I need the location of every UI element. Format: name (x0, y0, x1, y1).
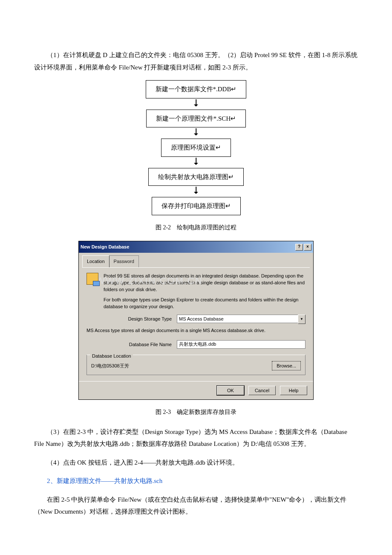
paragraph-5: 在图 2-5 中执行菜单命令 File/New（或在空白处点击鼠标右键，选择快捷… (34, 494, 358, 518)
tab-location[interactable]: Location (82, 255, 110, 267)
flow-step-1: 新建一个数据库文件*.DDB↵ (146, 80, 247, 98)
file-name-input[interactable] (177, 340, 306, 349)
paragraph-4: （4）点击 OK 按钮后，进入图 2-4——共射放大电路.ddb 设计环境。 (34, 457, 358, 469)
paragraph-1: （1）在计算机硬盘 D 上建立自己的文件夹：电信 05308 王芳。（2）启动 … (34, 49, 358, 73)
new-design-database-dialog: WWW.ZIXIN.COM.CN New Design Database ? ×… (78, 241, 314, 400)
storage-type-value[interactable] (177, 315, 298, 323)
file-name-label: Database File Name (86, 340, 177, 349)
flow-arrow (192, 99, 200, 109)
tab-password[interactable]: Password (109, 255, 139, 267)
paragraph-3: （3）在图 2-3 中，设计存贮类型（Design Storage Type）选… (34, 426, 358, 450)
ok-button[interactable]: OK (217, 386, 244, 395)
flow-step-4: 绘制共射放大电路原理图↵ (148, 168, 244, 186)
flow-step-2: 新建一个原理图文件*.SCH↵ (146, 110, 246, 128)
storage-type-label: Design Storage Type (86, 315, 177, 324)
database-icon (86, 273, 98, 285)
storage-type-combo[interactable]: ▼ (177, 315, 306, 324)
titlebar-help-button[interactable]: ? (295, 244, 303, 251)
dialog-panel: Protel 99 SE stores all design documents… (79, 268, 313, 382)
flow-step-3: 原理图环境设置↵ (161, 139, 231, 157)
group-label: Database Location (90, 352, 133, 361)
help-button[interactable]: Help (280, 386, 307, 395)
flow-arrow (192, 128, 200, 138)
dialog-button-bar: OK Cancel Help (79, 381, 313, 399)
figure-caption-2-3: 图 2-3 确定新数据库存放目录 (34, 407, 358, 418)
flow-arrow (192, 187, 200, 196)
tab-strip: Location Password (79, 253, 313, 267)
flow-arrow (192, 158, 200, 167)
dialog-description-1: Protel 99 SE stores all design documents… (104, 273, 306, 293)
storage-note: MS Access type stores all design documen… (86, 327, 306, 334)
titlebar-close-button[interactable]: × (304, 244, 311, 251)
dialog-title: New Design Database (81, 243, 294, 251)
location-path: D:\电信05308王芳 (91, 361, 267, 370)
database-location-group: Database Location D:\电信05308王芳 Browse... (86, 355, 306, 375)
cancel-button[interactable]: Cancel (248, 386, 276, 395)
dialog-titlebar: New Design Database ? × (79, 241, 313, 253)
dialog-description-2: For both storage types use Design Explor… (104, 297, 306, 310)
browse-button[interactable]: Browse... (272, 361, 301, 370)
flowchart: 新建一个数据库文件*.DDB↵ 新建一个原理图文件*.SCH↵ 原理图环境设置↵… (34, 80, 358, 215)
figure-caption-2-2: 图 2-2 绘制电路原理图的过程 (34, 222, 358, 234)
flow-step-5: 保存并打印电路原理图↵ (152, 197, 241, 215)
chevron-down-icon[interactable]: ▼ (298, 315, 306, 324)
heading-new-sch: 2、新建原理图文件——共射放大电路.sch (34, 475, 358, 487)
